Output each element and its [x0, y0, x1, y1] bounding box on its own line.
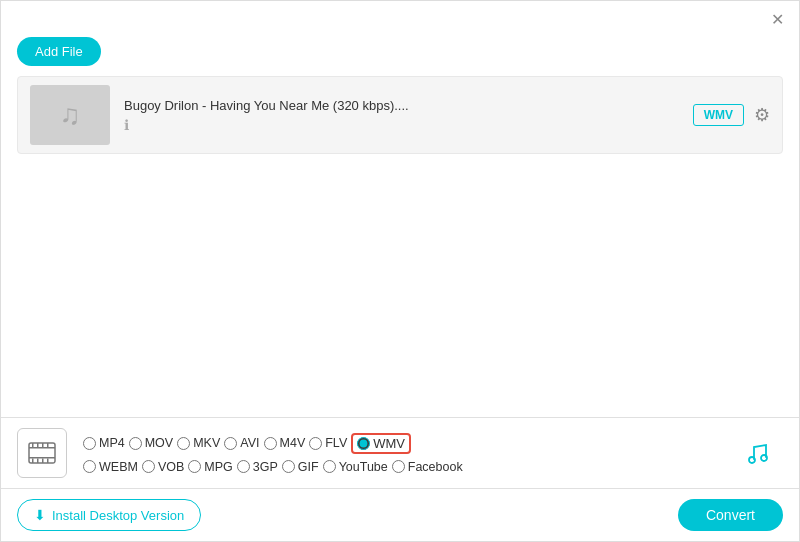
format-mp4[interactable]: MP4 — [83, 436, 125, 450]
format-wmv-selected[interactable]: WMV — [351, 433, 411, 454]
install-label: Install Desktop Version — [52, 508, 184, 523]
format-flv[interactable]: FLV — [309, 436, 347, 450]
svg-rect-4 — [37, 443, 39, 447]
toolbar: Add File — [1, 33, 799, 76]
svg-rect-6 — [47, 443, 49, 447]
video-format-icon[interactable] — [17, 428, 67, 478]
action-bar: ⬇ Install Desktop Version Convert — [1, 488, 799, 541]
format-badge[interactable]: WMV — [693, 104, 744, 126]
file-list: ♫ Bugoy Drilon - Having You Near Me (320… — [1, 76, 799, 247]
format-row-2: WEBM VOB MPG 3GP GIF YouTube Facebook — [83, 460, 725, 474]
convert-button[interactable]: Convert — [678, 499, 783, 531]
file-item: ♫ Bugoy Drilon - Having You Near Me (320… — [17, 76, 783, 154]
file-info: Bugoy Drilon - Having You Near Me (320 k… — [124, 98, 693, 133]
close-button[interactable]: ✕ — [767, 9, 787, 29]
format-options-container: MP4 MOV MKV AVI M4V FLV WMV — [83, 433, 725, 474]
format-youtube[interactable]: YouTube — [323, 460, 388, 474]
svg-rect-7 — [32, 459, 34, 464]
svg-rect-5 — [42, 443, 44, 447]
svg-rect-9 — [42, 459, 44, 464]
download-icon: ⬇ — [34, 507, 46, 523]
svg-rect-10 — [47, 459, 49, 464]
file-name: Bugoy Drilon - Having You Near Me (320 k… — [124, 98, 693, 113]
svg-point-12 — [761, 455, 767, 461]
film-icon — [28, 439, 56, 467]
svg-rect-2 — [29, 457, 55, 459]
format-mpg[interactable]: MPG — [188, 460, 232, 474]
format-facebook[interactable]: Facebook — [392, 460, 463, 474]
add-file-button[interactable]: Add File — [17, 37, 101, 66]
info-icon[interactable]: ℹ — [124, 117, 129, 133]
file-thumbnail: ♫ — [30, 85, 110, 145]
format-3gp[interactable]: 3GP — [237, 460, 278, 474]
format-vob[interactable]: VOB — [142, 460, 184, 474]
format-gif[interactable]: GIF — [282, 460, 319, 474]
svg-rect-8 — [37, 459, 39, 464]
install-button[interactable]: ⬇ Install Desktop Version — [17, 499, 201, 531]
title-bar: ✕ — [1, 1, 799, 33]
file-actions: WMV ⚙ — [693, 104, 770, 126]
format-mov[interactable]: MOV — [129, 436, 173, 450]
svg-rect-3 — [32, 443, 34, 447]
svg-point-11 — [749, 457, 755, 463]
format-webm[interactable]: WEBM — [83, 460, 138, 474]
format-avi[interactable]: AVI — [224, 436, 259, 450]
empty-area — [1, 247, 799, 418]
format-row-1: MP4 MOV MKV AVI M4V FLV WMV — [83, 433, 725, 454]
format-mkv[interactable]: MKV — [177, 436, 220, 450]
audio-format-button[interactable] — [733, 428, 783, 478]
format-m4v[interactable]: M4V — [264, 436, 306, 450]
format-bar: MP4 MOV MKV AVI M4V FLV WMV — [1, 417, 799, 488]
settings-icon[interactable]: ⚙ — [754, 104, 770, 126]
music-icon: ♫ — [60, 99, 81, 131]
svg-rect-1 — [29, 447, 55, 449]
music-note-icon — [744, 439, 772, 467]
